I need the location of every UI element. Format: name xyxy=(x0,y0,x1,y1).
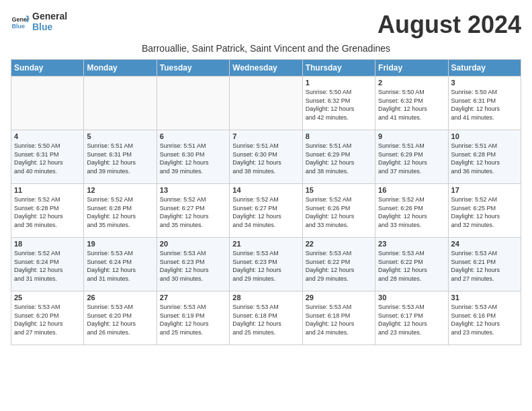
day-info: Sunrise: 5:53 AM Sunset: 6:16 PM Dayligh… xyxy=(451,303,518,336)
day-info: Sunrise: 5:51 AM Sunset: 6:29 PM Dayligh… xyxy=(378,142,445,175)
day-info: Sunrise: 5:52 AM Sunset: 6:28 PM Dayligh… xyxy=(14,195,81,229)
table-row: 17Sunrise: 5:52 AM Sunset: 6:25 PM Dayli… xyxy=(448,184,521,238)
day-number: 4 xyxy=(14,132,81,140)
table-row: 10Sunrise: 5:51 AM Sunset: 6:28 PM Dayli… xyxy=(448,130,521,184)
day-info: Sunrise: 5:53 AM Sunset: 6:19 PM Dayligh… xyxy=(160,303,226,336)
table-row: 23Sunrise: 5:53 AM Sunset: 6:22 PM Dayli… xyxy=(375,238,448,291)
table-row: 29Sunrise: 5:53 AM Sunset: 6:18 PM Dayli… xyxy=(302,291,375,345)
day-info: Sunrise: 5:52 AM Sunset: 6:27 PM Dayligh… xyxy=(160,195,226,229)
table-row: 20Sunrise: 5:53 AM Sunset: 6:23 PM Dayli… xyxy=(157,238,229,291)
day-number: 6 xyxy=(160,132,226,140)
day-info: Sunrise: 5:52 AM Sunset: 6:24 PM Dayligh… xyxy=(14,249,81,283)
day-number: 31 xyxy=(451,293,518,302)
table-row: 21Sunrise: 5:53 AM Sunset: 6:23 PM Dayli… xyxy=(230,238,302,291)
day-number: 23 xyxy=(378,240,445,248)
day-number: 26 xyxy=(87,293,153,302)
day-info: Sunrise: 5:53 AM Sunset: 6:22 PM Dayligh… xyxy=(306,249,372,283)
table-row: 1Sunrise: 5:50 AM Sunset: 6:32 PM Daylig… xyxy=(302,77,375,130)
logo-line1: General xyxy=(32,11,67,21)
table-row xyxy=(11,77,84,130)
table-row xyxy=(157,77,229,130)
day-number: 22 xyxy=(306,240,372,248)
day-info: Sunrise: 5:51 AM Sunset: 6:29 PM Dayligh… xyxy=(306,142,372,175)
table-row: 14Sunrise: 5:52 AM Sunset: 6:27 PM Dayli… xyxy=(230,184,302,238)
day-info: Sunrise: 5:53 AM Sunset: 6:23 PM Dayligh… xyxy=(232,249,299,283)
logo-icon: General Blue xyxy=(11,12,30,31)
day-info: Sunrise: 5:53 AM Sunset: 6:17 PM Dayligh… xyxy=(378,303,445,336)
table-row: 27Sunrise: 5:53 AM Sunset: 6:19 PM Dayli… xyxy=(157,291,229,345)
day-info: Sunrise: 5:51 AM Sunset: 6:30 PM Dayligh… xyxy=(232,142,299,175)
table-row: 12Sunrise: 5:52 AM Sunset: 6:28 PM Dayli… xyxy=(84,184,157,238)
day-number: 16 xyxy=(378,186,445,194)
calendar-week-row: 11Sunrise: 5:52 AM Sunset: 6:28 PM Dayli… xyxy=(11,184,521,238)
day-info: Sunrise: 5:53 AM Sunset: 6:24 PM Dayligh… xyxy=(87,249,153,283)
day-info: Sunrise: 5:53 AM Sunset: 6:20 PM Dayligh… xyxy=(87,303,153,336)
table-row: 18Sunrise: 5:52 AM Sunset: 6:24 PM Dayli… xyxy=(11,238,84,291)
header-wednesday: Wednesday xyxy=(230,60,302,77)
calendar-week-row: 18Sunrise: 5:52 AM Sunset: 6:24 PM Dayli… xyxy=(11,238,521,291)
logo-line2: Blue xyxy=(32,21,67,32)
table-row: 13Sunrise: 5:52 AM Sunset: 6:27 PM Dayli… xyxy=(157,184,229,238)
table-row: 24Sunrise: 5:53 AM Sunset: 6:21 PM Dayli… xyxy=(448,238,521,291)
day-number: 21 xyxy=(232,240,299,248)
day-number: 28 xyxy=(232,293,299,302)
day-number: 5 xyxy=(87,132,153,140)
header-tuesday: Tuesday xyxy=(157,60,229,77)
svg-text:Blue: Blue xyxy=(11,23,25,30)
day-number: 27 xyxy=(160,293,226,302)
day-number: 13 xyxy=(160,186,226,194)
day-number: 20 xyxy=(160,240,226,248)
table-row xyxy=(84,77,157,130)
day-number: 17 xyxy=(451,186,518,194)
logo: General Blue General Blue xyxy=(11,11,67,32)
day-number: 2 xyxy=(378,79,445,87)
header-monday: Monday xyxy=(84,60,157,77)
table-row: 3Sunrise: 5:50 AM Sunset: 6:31 PM Daylig… xyxy=(448,77,521,130)
day-info: Sunrise: 5:51 AM Sunset: 6:30 PM Dayligh… xyxy=(160,142,226,175)
day-number: 7 xyxy=(232,132,299,140)
header-friday: Friday xyxy=(375,60,448,77)
day-number: 29 xyxy=(306,293,372,302)
table-row: 26Sunrise: 5:53 AM Sunset: 6:20 PM Dayli… xyxy=(84,291,157,345)
table-row: 9Sunrise: 5:51 AM Sunset: 6:29 PM Daylig… xyxy=(375,130,448,184)
calendar-week-row: 1Sunrise: 5:50 AM Sunset: 6:32 PM Daylig… xyxy=(11,77,521,130)
day-info: Sunrise: 5:52 AM Sunset: 6:25 PM Dayligh… xyxy=(451,195,518,229)
table-row: 22Sunrise: 5:53 AM Sunset: 6:22 PM Dayli… xyxy=(302,238,375,291)
month-title: August 2024 xyxy=(378,11,521,39)
header-sunday: Sunday xyxy=(11,60,84,77)
table-row: 15Sunrise: 5:52 AM Sunset: 6:26 PM Dayli… xyxy=(302,184,375,238)
calendar-header-row: Sunday Monday Tuesday Wednesday Thursday… xyxy=(11,60,521,77)
day-info: Sunrise: 5:53 AM Sunset: 6:21 PM Dayligh… xyxy=(451,249,518,283)
day-info: Sunrise: 5:50 AM Sunset: 6:32 PM Dayligh… xyxy=(306,88,372,122)
table-row: 16Sunrise: 5:52 AM Sunset: 6:26 PM Dayli… xyxy=(375,184,448,238)
table-row: 19Sunrise: 5:53 AM Sunset: 6:24 PM Dayli… xyxy=(84,238,157,291)
day-number: 3 xyxy=(451,79,518,87)
day-info: Sunrise: 5:51 AM Sunset: 6:28 PM Dayligh… xyxy=(451,142,518,175)
day-info: Sunrise: 5:51 AM Sunset: 6:31 PM Dayligh… xyxy=(87,142,153,175)
table-row: 28Sunrise: 5:53 AM Sunset: 6:18 PM Dayli… xyxy=(230,291,302,345)
day-info: Sunrise: 5:53 AM Sunset: 6:18 PM Dayligh… xyxy=(232,303,299,336)
table-row: 7Sunrise: 5:51 AM Sunset: 6:30 PM Daylig… xyxy=(230,130,302,184)
day-number: 18 xyxy=(14,240,81,248)
table-row: 6Sunrise: 5:51 AM Sunset: 6:30 PM Daylig… xyxy=(157,130,229,184)
table-row: 4Sunrise: 5:50 AM Sunset: 6:31 PM Daylig… xyxy=(11,130,84,184)
day-info: Sunrise: 5:50 AM Sunset: 6:32 PM Dayligh… xyxy=(378,88,445,122)
day-number: 24 xyxy=(451,240,518,248)
calendar-table: Sunday Monday Tuesday Wednesday Thursday… xyxy=(11,59,521,345)
day-info: Sunrise: 5:52 AM Sunset: 6:26 PM Dayligh… xyxy=(306,195,372,229)
day-info: Sunrise: 5:52 AM Sunset: 6:27 PM Dayligh… xyxy=(232,195,299,229)
day-number: 25 xyxy=(14,293,81,302)
day-number: 1 xyxy=(306,79,372,87)
table-row xyxy=(230,77,302,130)
table-row: 2Sunrise: 5:50 AM Sunset: 6:32 PM Daylig… xyxy=(375,77,448,130)
table-row: 5Sunrise: 5:51 AM Sunset: 6:31 PM Daylig… xyxy=(84,130,157,184)
day-info: Sunrise: 5:53 AM Sunset: 6:20 PM Dayligh… xyxy=(14,303,81,336)
table-row: 30Sunrise: 5:53 AM Sunset: 6:17 PM Dayli… xyxy=(375,291,448,345)
day-number: 8 xyxy=(306,132,372,140)
day-number: 10 xyxy=(451,132,518,140)
day-number: 9 xyxy=(378,132,445,140)
day-number: 12 xyxy=(87,186,153,194)
day-info: Sunrise: 5:53 AM Sunset: 6:18 PM Dayligh… xyxy=(306,303,372,336)
table-row: 8Sunrise: 5:51 AM Sunset: 6:29 PM Daylig… xyxy=(302,130,375,184)
day-number: 30 xyxy=(378,293,445,302)
